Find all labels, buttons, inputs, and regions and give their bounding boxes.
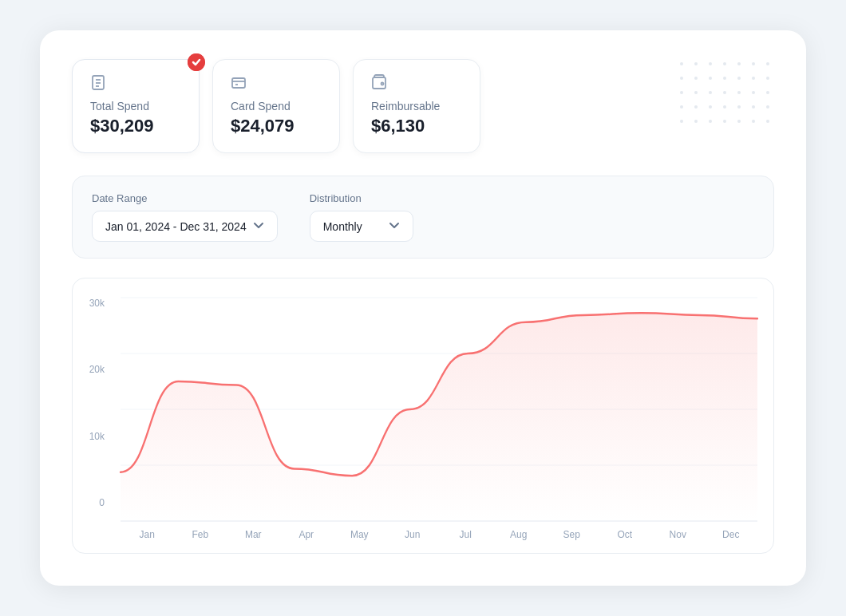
- x-axis-label: Jan: [121, 529, 174, 540]
- metric-value-reimbursable: $6,130: [371, 116, 462, 136]
- chevron-down-icon: [389, 219, 400, 233]
- distribution-label: Distribution: [310, 192, 413, 204]
- metric-label-reimbursable: Reimbursable: [371, 100, 462, 113]
- distribution-value: Monthly: [323, 220, 362, 233]
- main-card: const dotGrid = document.querySelector('…: [40, 30, 806, 586]
- chevron-down-icon: [253, 219, 264, 233]
- y-axis-label: 0: [99, 497, 105, 508]
- x-axis-label: Dec: [705, 529, 758, 540]
- filter-bar: Date Range Jan 01, 2024 - Dec 31, 2024 D…: [72, 176, 774, 259]
- y-axis-label: 30k: [89, 298, 105, 309]
- metric-value-card-spend: $24,079: [231, 116, 322, 136]
- card-icon: [231, 74, 322, 93]
- x-axis-label: Jun: [386, 529, 440, 540]
- wallet-icon: [371, 74, 462, 93]
- line-chart-svg: [121, 298, 757, 521]
- y-axis: 30k20k10k0: [81, 298, 113, 508]
- date-range-label: Date Range: [92, 192, 278, 204]
- x-axis-label: Sep: [545, 529, 599, 540]
- metric-label-total-spend: Total Spend: [90, 100, 181, 113]
- x-axis-label: Feb: [174, 529, 227, 540]
- svg-rect-4: [232, 78, 245, 88]
- chart-plot: [121, 298, 757, 521]
- chart-container: 30k20k10k0: [72, 278, 774, 554]
- distribution-group: Distribution Monthly: [310, 192, 413, 242]
- x-axis-label: Aug: [492, 529, 546, 540]
- date-range-value: Jan 01, 2024 - Dec 31, 2024: [105, 220, 247, 233]
- x-axis: JanFebMarAprMayJunJulAugSepOctNovDec: [121, 521, 757, 540]
- x-axis-label: Apr: [280, 529, 334, 540]
- metric-card-reimbursable[interactable]: Reimbursable $6,130: [353, 59, 480, 153]
- chart-inner: 30k20k10k0: [81, 298, 757, 540]
- receipt-icon: [90, 74, 181, 93]
- metric-cards-row: Total Spend $30,209 Card Spend $24,079 R…: [72, 59, 774, 153]
- svg-point-8: [381, 83, 384, 85]
- metric-card-total-spend[interactable]: Total Spend $30,209: [72, 59, 200, 153]
- distribution-select[interactable]: Monthly: [310, 211, 413, 242]
- date-range-select[interactable]: Jan 01, 2024 - Dec 31, 2024: [92, 211, 278, 242]
- x-axis-label: Nov: [651, 529, 705, 540]
- metric-card-card-spend[interactable]: Card Spend $24,079: [212, 59, 340, 153]
- x-axis-label: Jul: [439, 529, 492, 540]
- x-axis-label: Oct: [599, 529, 652, 540]
- dot-grid-decoration: const dotGrid = document.querySelector('…: [680, 62, 774, 128]
- y-axis-label: 10k: [89, 431, 105, 442]
- metric-value-total-spend: $30,209: [90, 116, 181, 136]
- date-range-group: Date Range Jan 01, 2024 - Dec 31, 2024: [92, 192, 278, 242]
- check-badge: [188, 53, 205, 71]
- metric-label-card-spend: Card Spend: [231, 100, 322, 113]
- x-axis-label: May: [333, 529, 386, 540]
- chart-area-fill: [121, 313, 757, 521]
- x-axis-label: Mar: [227, 529, 280, 540]
- y-axis-label: 20k: [89, 364, 105, 375]
